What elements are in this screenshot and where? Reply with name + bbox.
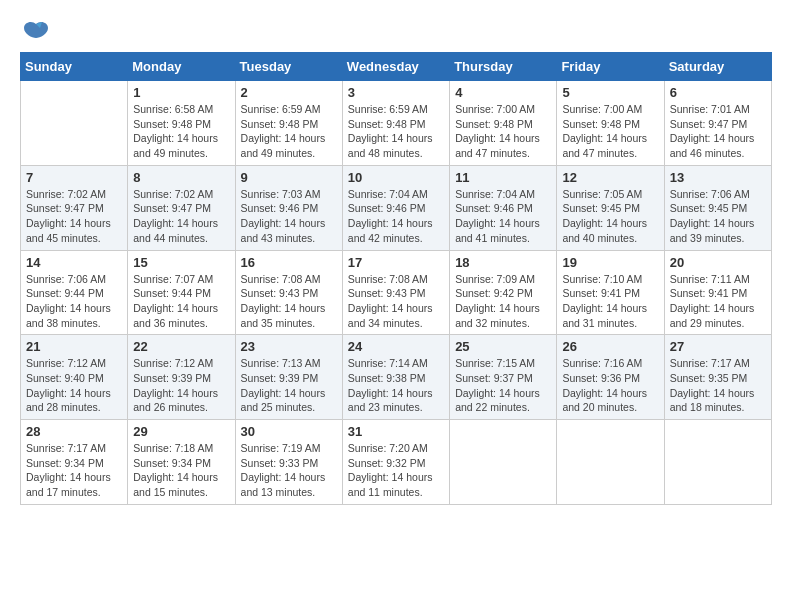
logo [20, 20, 50, 42]
calendar-cell [21, 81, 128, 166]
day-number: 26 [562, 339, 658, 354]
day-info-text: Sunrise: 7:18 AM Sunset: 9:34 PM Dayligh… [133, 441, 229, 500]
day-number: 19 [562, 255, 658, 270]
calendar-table: SundayMondayTuesdayWednesdayThursdayFrid… [20, 52, 772, 505]
weekday-header-wednesday: Wednesday [342, 53, 449, 81]
calendar-cell: 5Sunrise: 7:00 AM Sunset: 9:48 PM Daylig… [557, 81, 664, 166]
day-info-text: Sunrise: 7:01 AM Sunset: 9:47 PM Dayligh… [670, 102, 766, 161]
day-info-text: Sunrise: 7:05 AM Sunset: 9:45 PM Dayligh… [562, 187, 658, 246]
day-info-text: Sunrise: 6:58 AM Sunset: 9:48 PM Dayligh… [133, 102, 229, 161]
day-number: 1 [133, 85, 229, 100]
calendar-cell: 15Sunrise: 7:07 AM Sunset: 9:44 PM Dayli… [128, 250, 235, 335]
day-number: 2 [241, 85, 337, 100]
calendar-cell: 22Sunrise: 7:12 AM Sunset: 9:39 PM Dayli… [128, 335, 235, 420]
day-number: 11 [455, 170, 551, 185]
day-number: 7 [26, 170, 122, 185]
day-info-text: Sunrise: 7:12 AM Sunset: 9:39 PM Dayligh… [133, 356, 229, 415]
header [20, 20, 772, 42]
calendar-cell [664, 420, 771, 505]
day-number: 31 [348, 424, 444, 439]
logo-bird-icon [22, 20, 50, 42]
day-number: 10 [348, 170, 444, 185]
calendar-week-row: 28Sunrise: 7:17 AM Sunset: 9:34 PM Dayli… [21, 420, 772, 505]
day-number: 30 [241, 424, 337, 439]
calendar-cell: 3Sunrise: 6:59 AM Sunset: 9:48 PM Daylig… [342, 81, 449, 166]
day-info-text: Sunrise: 7:08 AM Sunset: 9:43 PM Dayligh… [241, 272, 337, 331]
calendar-cell: 17Sunrise: 7:08 AM Sunset: 9:43 PM Dayli… [342, 250, 449, 335]
day-number: 8 [133, 170, 229, 185]
weekday-header-saturday: Saturday [664, 53, 771, 81]
day-info-text: Sunrise: 7:04 AM Sunset: 9:46 PM Dayligh… [348, 187, 444, 246]
day-number: 5 [562, 85, 658, 100]
day-number: 29 [133, 424, 229, 439]
day-info-text: Sunrise: 7:07 AM Sunset: 9:44 PM Dayligh… [133, 272, 229, 331]
day-number: 28 [26, 424, 122, 439]
day-number: 20 [670, 255, 766, 270]
calendar-cell: 26Sunrise: 7:16 AM Sunset: 9:36 PM Dayli… [557, 335, 664, 420]
day-info-text: Sunrise: 7:06 AM Sunset: 9:44 PM Dayligh… [26, 272, 122, 331]
weekday-header-sunday: Sunday [21, 53, 128, 81]
day-info-text: Sunrise: 7:12 AM Sunset: 9:40 PM Dayligh… [26, 356, 122, 415]
day-info-text: Sunrise: 6:59 AM Sunset: 9:48 PM Dayligh… [348, 102, 444, 161]
day-number: 16 [241, 255, 337, 270]
day-info-text: Sunrise: 7:00 AM Sunset: 9:48 PM Dayligh… [455, 102, 551, 161]
calendar-cell: 2Sunrise: 6:59 AM Sunset: 9:48 PM Daylig… [235, 81, 342, 166]
calendar-cell: 24Sunrise: 7:14 AM Sunset: 9:38 PM Dayli… [342, 335, 449, 420]
day-info-text: Sunrise: 7:03 AM Sunset: 9:46 PM Dayligh… [241, 187, 337, 246]
calendar-cell: 1Sunrise: 6:58 AM Sunset: 9:48 PM Daylig… [128, 81, 235, 166]
day-info-text: Sunrise: 6:59 AM Sunset: 9:48 PM Dayligh… [241, 102, 337, 161]
weekday-header-thursday: Thursday [450, 53, 557, 81]
calendar-cell [557, 420, 664, 505]
calendar-week-row: 14Sunrise: 7:06 AM Sunset: 9:44 PM Dayli… [21, 250, 772, 335]
day-number: 17 [348, 255, 444, 270]
calendar-cell: 28Sunrise: 7:17 AM Sunset: 9:34 PM Dayli… [21, 420, 128, 505]
day-info-text: Sunrise: 7:09 AM Sunset: 9:42 PM Dayligh… [455, 272, 551, 331]
calendar-cell: 30Sunrise: 7:19 AM Sunset: 9:33 PM Dayli… [235, 420, 342, 505]
day-number: 18 [455, 255, 551, 270]
calendar-cell: 7Sunrise: 7:02 AM Sunset: 9:47 PM Daylig… [21, 165, 128, 250]
day-number: 15 [133, 255, 229, 270]
calendar-cell: 4Sunrise: 7:00 AM Sunset: 9:48 PM Daylig… [450, 81, 557, 166]
weekday-header-tuesday: Tuesday [235, 53, 342, 81]
day-info-text: Sunrise: 7:04 AM Sunset: 9:46 PM Dayligh… [455, 187, 551, 246]
calendar-cell: 10Sunrise: 7:04 AM Sunset: 9:46 PM Dayli… [342, 165, 449, 250]
calendar-week-row: 21Sunrise: 7:12 AM Sunset: 9:40 PM Dayli… [21, 335, 772, 420]
day-number: 24 [348, 339, 444, 354]
calendar-cell: 11Sunrise: 7:04 AM Sunset: 9:46 PM Dayli… [450, 165, 557, 250]
day-info-text: Sunrise: 7:14 AM Sunset: 9:38 PM Dayligh… [348, 356, 444, 415]
calendar-cell: 27Sunrise: 7:17 AM Sunset: 9:35 PM Dayli… [664, 335, 771, 420]
day-info-text: Sunrise: 7:19 AM Sunset: 9:33 PM Dayligh… [241, 441, 337, 500]
day-info-text: Sunrise: 7:10 AM Sunset: 9:41 PM Dayligh… [562, 272, 658, 331]
calendar-week-row: 7Sunrise: 7:02 AM Sunset: 9:47 PM Daylig… [21, 165, 772, 250]
day-info-text: Sunrise: 7:16 AM Sunset: 9:36 PM Dayligh… [562, 356, 658, 415]
calendar-cell: 18Sunrise: 7:09 AM Sunset: 9:42 PM Dayli… [450, 250, 557, 335]
weekday-header-monday: Monday [128, 53, 235, 81]
day-number: 3 [348, 85, 444, 100]
day-info-text: Sunrise: 7:17 AM Sunset: 9:35 PM Dayligh… [670, 356, 766, 415]
day-info-text: Sunrise: 7:00 AM Sunset: 9:48 PM Dayligh… [562, 102, 658, 161]
day-info-text: Sunrise: 7:11 AM Sunset: 9:41 PM Dayligh… [670, 272, 766, 331]
calendar-cell: 8Sunrise: 7:02 AM Sunset: 9:47 PM Daylig… [128, 165, 235, 250]
day-info-text: Sunrise: 7:20 AM Sunset: 9:32 PM Dayligh… [348, 441, 444, 500]
day-info-text: Sunrise: 7:02 AM Sunset: 9:47 PM Dayligh… [133, 187, 229, 246]
calendar-cell: 19Sunrise: 7:10 AM Sunset: 9:41 PM Dayli… [557, 250, 664, 335]
day-number: 4 [455, 85, 551, 100]
day-number: 6 [670, 85, 766, 100]
day-number: 21 [26, 339, 122, 354]
day-info-text: Sunrise: 7:08 AM Sunset: 9:43 PM Dayligh… [348, 272, 444, 331]
calendar-cell [450, 420, 557, 505]
day-number: 9 [241, 170, 337, 185]
day-info-text: Sunrise: 7:17 AM Sunset: 9:34 PM Dayligh… [26, 441, 122, 500]
day-number: 13 [670, 170, 766, 185]
day-info-text: Sunrise: 7:13 AM Sunset: 9:39 PM Dayligh… [241, 356, 337, 415]
day-number: 12 [562, 170, 658, 185]
calendar-cell: 9Sunrise: 7:03 AM Sunset: 9:46 PM Daylig… [235, 165, 342, 250]
calendar-cell: 20Sunrise: 7:11 AM Sunset: 9:41 PM Dayli… [664, 250, 771, 335]
day-number: 27 [670, 339, 766, 354]
calendar-cell: 31Sunrise: 7:20 AM Sunset: 9:32 PM Dayli… [342, 420, 449, 505]
calendar-cell: 13Sunrise: 7:06 AM Sunset: 9:45 PM Dayli… [664, 165, 771, 250]
day-info-text: Sunrise: 7:06 AM Sunset: 9:45 PM Dayligh… [670, 187, 766, 246]
calendar-cell: 21Sunrise: 7:12 AM Sunset: 9:40 PM Dayli… [21, 335, 128, 420]
weekday-header-friday: Friday [557, 53, 664, 81]
calendar-cell: 23Sunrise: 7:13 AM Sunset: 9:39 PM Dayli… [235, 335, 342, 420]
